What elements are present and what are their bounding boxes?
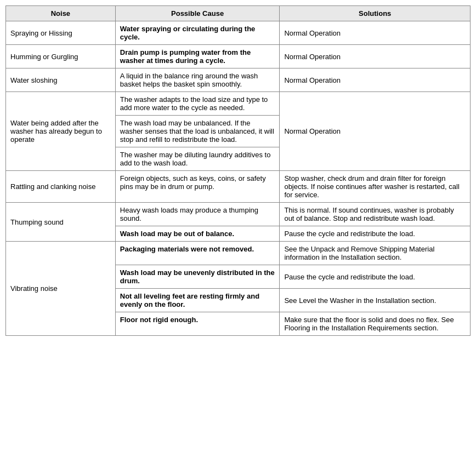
solution-cell: Make sure that the floor is solid and do… [280, 312, 471, 336]
cause-cell: Wash load may be unevenly distributed in… [115, 265, 280, 289]
solution-cell: This is normal. If sound continues, wash… [280, 203, 471, 226]
noise-cell: Water being added after the washer has a… [6, 92, 116, 171]
cause-cell: The washer adapts to the load size and t… [115, 92, 280, 116]
cause-cell: The washer may be diluting laundry addit… [115, 147, 280, 171]
cause-cell: Foreign objects, such as keys, coins, or… [115, 171, 280, 203]
cause-cell: Heavy wash loads may produce a thumping … [115, 203, 280, 226]
solution-cell: Stop washer, check drum and drain filter… [280, 171, 471, 203]
solution-cell: See the Unpack and Remove Shipping Mater… [280, 242, 471, 265]
cause-cell: Packaging materials were not removed. [115, 242, 280, 265]
noise-cell: Humming or Gurgling [6, 45, 116, 68]
cause-cell: A liquid in the balance ring around the … [115, 68, 280, 92]
header-noise: Noise [6, 6, 116, 21]
solution-cell: Normal Operation [280, 21, 471, 45]
solution-cell: Pause the cycle and redistribute the loa… [280, 226, 471, 242]
solution-cell: Pause the cycle and redistribute the loa… [280, 265, 471, 289]
cause-cell: The wash load may be unbalanced. If the … [115, 116, 280, 147]
noise-cell: Rattling and clanking noise [6, 171, 116, 203]
cause-cell: Water spraying or circulating during the… [115, 21, 280, 45]
cause-cell: Floor not rigid enough. [115, 312, 280, 336]
solution-cell: Normal Operation [280, 68, 471, 92]
noise-cell: Spraying or Hissing [6, 21, 116, 45]
solution-cell: See Level the Washer in the Installation… [280, 289, 471, 312]
cause-cell: Wash load may be out of balance. [115, 226, 280, 242]
header-solution: Solutions [280, 6, 471, 21]
solution-cell: Normal Operation [280, 45, 471, 68]
cause-cell: Drain pump is pumping water from the was… [115, 45, 280, 68]
noise-cell: Thumping sound [6, 203, 116, 242]
header-cause: Possible Cause [115, 6, 280, 21]
cause-cell: Not all leveling feet are resting firmly… [115, 289, 280, 312]
solution-cell: Normal Operation [280, 92, 471, 171]
noise-cell: Water sloshing [6, 68, 116, 92]
noise-cell: Vibrating noise [6, 242, 116, 336]
troubleshooting-table: Noise Possible Cause Solutions Spraying … [5, 5, 471, 336]
